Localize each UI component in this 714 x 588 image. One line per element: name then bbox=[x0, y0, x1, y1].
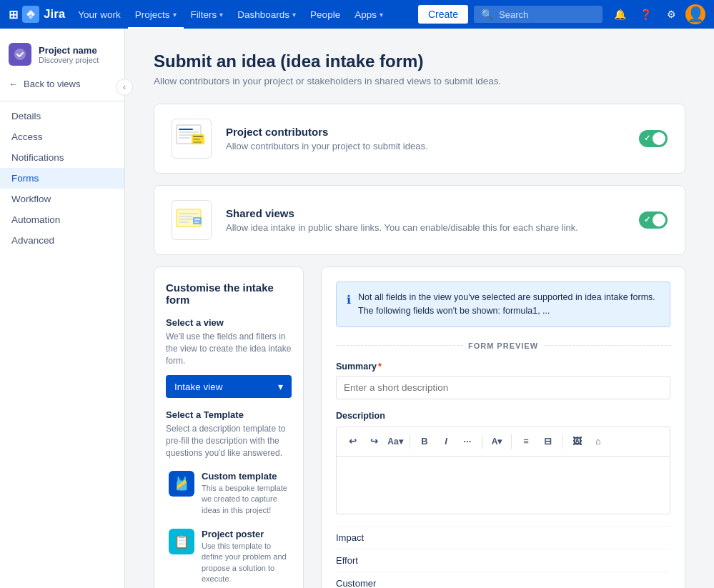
search-placeholder: Search bbox=[499, 9, 528, 20]
top-nav: ⊞ Jira Your work Projects ▾ Filters ▾ Da… bbox=[0, 0, 714, 29]
info-icon: ℹ bbox=[347, 291, 351, 318]
projects-chevron-icon: ▾ bbox=[173, 11, 177, 19]
nav-people[interactable]: People bbox=[303, 0, 347, 29]
settings-icon[interactable]: ⚙ bbox=[660, 3, 683, 26]
template-custom-desc: This a bespoke template we created to ca… bbox=[202, 483, 289, 516]
toolbar-separator bbox=[410, 434, 410, 449]
shared-views-title: Shared views bbox=[226, 207, 625, 219]
summary-field-label: Summary * bbox=[336, 362, 670, 372]
project-name: Project name bbox=[39, 45, 116, 56]
shared-views-card: Shared views Allow idea intake in public… bbox=[154, 185, 685, 255]
contributors-toggle[interactable]: ✓ bbox=[639, 130, 668, 147]
text-color-button[interactable]: A▾ bbox=[487, 432, 507, 452]
image-button[interactable]: 🖼 bbox=[567, 432, 587, 452]
search-bar[interactable]: 🔍 Search bbox=[474, 6, 603, 23]
grid-icon[interactable]: ⊞ bbox=[9, 8, 18, 21]
sidebar-item-notifications[interactable]: Notifications bbox=[0, 147, 124, 168]
description-rich-text: ↩ ↪ Aa▾ B I ··· A▾ ≡ ⊟ 🖼 ⌂ bbox=[336, 427, 670, 514]
nav-projects[interactable]: Projects ▾ bbox=[128, 0, 184, 29]
filters-chevron-icon: ▾ bbox=[219, 11, 223, 19]
create-button[interactable]: Create bbox=[418, 5, 468, 24]
sidebar: Project name Discovery project ‹ ← Back … bbox=[0, 29, 125, 588]
ordered-list-button[interactable]: ⊟ bbox=[537, 432, 557, 452]
svg-rect-17 bbox=[193, 217, 202, 224]
sidebar-item-access[interactable]: Access bbox=[0, 126, 124, 147]
shared-views-toggle[interactable]: ✓ bbox=[639, 211, 668, 229]
font-size-button[interactable]: Aa▾ bbox=[385, 432, 405, 452]
nav-items: Your work Projects ▾ Filters ▾ Dashboard… bbox=[71, 0, 390, 29]
project-poster-icon: 📋 bbox=[169, 529, 194, 554]
redo-button[interactable]: ↪ bbox=[364, 432, 384, 452]
sidebar-item-details[interactable]: Details bbox=[0, 106, 124, 126]
dashboards-chevron-icon: ▾ bbox=[292, 11, 296, 19]
info-text: Not all fields in the view you've select… bbox=[358, 291, 660, 318]
user-avatar[interactable]: 👤 bbox=[685, 4, 705, 24]
undo-button[interactable]: ↩ bbox=[342, 432, 362, 452]
impact-field: Impact bbox=[336, 526, 670, 549]
help-icon[interactable]: ❓ bbox=[634, 3, 657, 26]
sidebar-item-forms[interactable]: Forms bbox=[0, 168, 124, 189]
info-banner: ℹ Not all fields in the view you've sele… bbox=[336, 281, 670, 327]
sidebar-item-automation[interactable]: Automation bbox=[0, 209, 124, 230]
app-logo[interactable]: ⊞ Jira bbox=[9, 6, 65, 23]
template-project-poster[interactable]: 📋 Project poster Use this template to de… bbox=[166, 526, 292, 588]
project-type: Discovery project bbox=[39, 56, 116, 64]
logo-text: Jira bbox=[44, 7, 65, 21]
svg-rect-9 bbox=[193, 139, 200, 140]
sidebar-item-workflow[interactable]: Workflow bbox=[0, 189, 124, 209]
notifications-icon[interactable]: 🔔 bbox=[608, 3, 631, 26]
form-preview-panel: ℹ Not all fields in the view you've sele… bbox=[321, 266, 685, 588]
required-star: * bbox=[378, 362, 382, 372]
contributors-title: Project contributors bbox=[226, 126, 625, 138]
svg-rect-6 bbox=[179, 137, 190, 139]
dropdown-value: Intake view bbox=[174, 382, 223, 392]
toggle-check-icon2: ✓ bbox=[644, 215, 650, 224]
project-header: Project name Discovery project bbox=[0, 37, 124, 74]
customize-panel: Customise the intake form Select a view … bbox=[154, 266, 304, 588]
customer-field-label: Customer bbox=[336, 572, 670, 589]
custom-template-icon: 🎽 bbox=[169, 471, 194, 497]
back-to-views-button[interactable]: ← Back to views bbox=[0, 74, 124, 94]
jira-icon bbox=[22, 6, 39, 23]
template-poster-desc: Use this template to define your problem… bbox=[202, 541, 289, 585]
bold-button[interactable]: B bbox=[415, 432, 435, 452]
project-contributors-card: Project contributors Allow contributors … bbox=[154, 104, 685, 174]
page-subtitle: Allow contributors in your project or st… bbox=[154, 76, 685, 86]
more-button[interactable]: ··· bbox=[457, 432, 477, 452]
page-title: Submit an idea (idea intake form) bbox=[154, 51, 685, 71]
toggle-check-icon: ✓ bbox=[644, 134, 650, 143]
svg-rect-4 bbox=[179, 131, 199, 133]
sidebar-divider bbox=[0, 101, 124, 101]
italic-button[interactable]: I bbox=[436, 432, 456, 452]
svg-rect-10 bbox=[193, 141, 202, 143]
contributors-icon bbox=[172, 119, 212, 159]
select-view-desc: We'll use the fields and filters in the … bbox=[166, 331, 292, 367]
nav-apps[interactable]: Apps ▾ bbox=[347, 0, 390, 29]
nav-your-work[interactable]: Your work bbox=[71, 0, 128, 29]
bullet-list-button[interactable]: ≡ bbox=[516, 432, 536, 452]
description-label: Description bbox=[336, 411, 670, 421]
select-template-desc: Select a description template to pre-fil… bbox=[166, 423, 292, 459]
shared-views-icon bbox=[172, 200, 212, 240]
dropdown-chevron-icon: ▾ bbox=[278, 381, 283, 392]
template-custom[interactable]: 🎽 Custom template This a bespoke templat… bbox=[166, 468, 292, 519]
svg-rect-8 bbox=[193, 136, 203, 137]
sidebar-item-advanced[interactable]: Advanced bbox=[0, 230, 124, 251]
description-text-body[interactable] bbox=[337, 457, 670, 514]
svg-rect-18 bbox=[194, 219, 200, 220]
svg-rect-13 bbox=[179, 213, 199, 214]
sidebar-collapse-button[interactable]: ‹ bbox=[116, 79, 133, 96]
nav-dashboards[interactable]: Dashboards ▾ bbox=[230, 0, 303, 29]
nav-filters[interactable]: Filters ▾ bbox=[184, 0, 231, 29]
svg-rect-16 bbox=[179, 221, 189, 223]
customize-title: Customise the intake form bbox=[166, 281, 292, 306]
link-button[interactable]: ⌂ bbox=[588, 432, 608, 452]
project-icon bbox=[9, 43, 31, 66]
select-view-label: Select a view bbox=[166, 317, 292, 328]
nav-icon-group: 🔔 ❓ ⚙ 👤 bbox=[608, 3, 705, 26]
effort-field: Effort bbox=[336, 549, 670, 572]
apps-chevron-icon: ▾ bbox=[380, 11, 383, 19]
select-template-label: Select a Template bbox=[166, 409, 292, 420]
summary-input[interactable] bbox=[336, 376, 670, 399]
view-dropdown[interactable]: Intake view ▾ bbox=[166, 375, 292, 398]
